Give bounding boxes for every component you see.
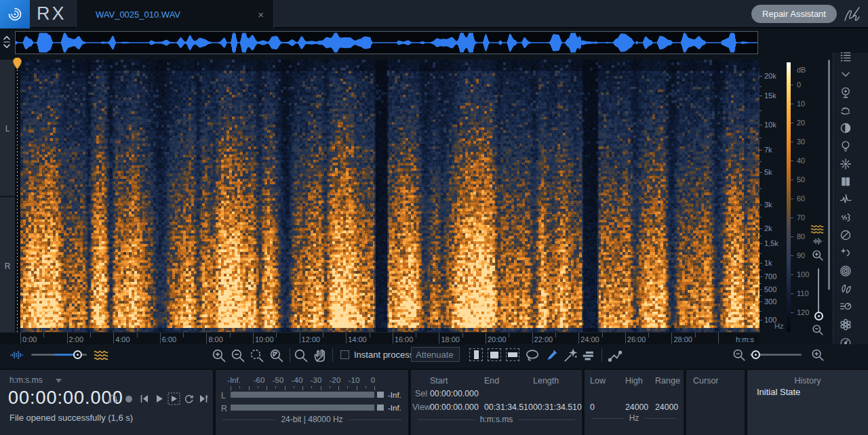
freq-low-value: 0 bbox=[590, 402, 595, 412]
time-format-selector[interactable]: h:m:s.ms bbox=[9, 375, 43, 385]
brush-icon[interactable] bbox=[544, 348, 559, 363]
sparkle-face-icon[interactable] bbox=[840, 247, 852, 259]
transport-panel: h:m:s.ms 00:00:00.000 File opened succes… bbox=[0, 370, 213, 435]
de-ess-icon[interactable] bbox=[840, 211, 852, 224]
db-tick-label: 0 bbox=[797, 81, 801, 89]
lollipop-mic-icon[interactable] bbox=[840, 87, 852, 99]
record-icon[interactable] bbox=[124, 394, 136, 405]
selection-end-header: End bbox=[484, 376, 499, 386]
sparkle-icon[interactable] bbox=[840, 158, 852, 170]
play-icon[interactable] bbox=[154, 394, 165, 405]
loop-icon[interactable] bbox=[183, 394, 195, 405]
play-selection-icon[interactable] bbox=[167, 392, 179, 403]
process-mode-dropdown[interactable]: Attenuate bbox=[411, 347, 460, 362]
horizontal-zoom-slider-thumb[interactable] bbox=[751, 350, 760, 359]
overview-waveform-canvas[interactable] bbox=[16, 32, 757, 54]
spectrogram-canvas[interactable] bbox=[20, 60, 760, 332]
cursor-header: Cursor bbox=[693, 376, 719, 386]
time-tick-label: 22:00 bbox=[534, 335, 553, 344]
frequency-selection-icon[interactable] bbox=[506, 348, 519, 361]
vertical-zoom-slider[interactable] bbox=[818, 268, 819, 313]
fade-bars-icon[interactable] bbox=[581, 348, 596, 363]
channel-gutter-left: L bbox=[0, 60, 15, 196]
meter-scale-label: -10 bbox=[349, 376, 360, 384]
file-tab[interactable]: WAV_0025_010.WAV × bbox=[76, 0, 274, 28]
zoom-out-horizontal-icon[interactable] bbox=[732, 348, 747, 363]
frequency-tick-label: 700 bbox=[764, 273, 776, 281]
concentric-circles-icon[interactable] bbox=[840, 265, 852, 277]
zoom-in-vertical-icon[interactable] bbox=[812, 249, 827, 264]
tab-close-icon[interactable]: × bbox=[258, 9, 264, 20]
gauge-lines-icon[interactable] bbox=[840, 300, 852, 312]
chevron-down-icon[interactable] bbox=[56, 379, 62, 383]
history-panel: History Initial State bbox=[747, 370, 868, 435]
waveform-view-icon[interactable] bbox=[812, 237, 823, 245]
file-tab-title: WAV_0025_010.WAV bbox=[96, 9, 258, 20]
zoom-in-horizontal-icon[interactable] bbox=[811, 348, 826, 363]
zoom-out-time-icon[interactable] bbox=[231, 348, 245, 363]
magnifier-icon[interactable] bbox=[294, 348, 309, 363]
hand-icon[interactable] bbox=[313, 348, 328, 363]
app-logo-text: RX bbox=[37, 3, 66, 24]
db-tick-label: 70 bbox=[797, 214, 805, 222]
toolbar-separator bbox=[290, 348, 290, 362]
wind-face-icon[interactable] bbox=[840, 104, 852, 117]
contrast-circle-icon[interactable] bbox=[840, 122, 852, 134]
zoom-out-vertical-icon[interactable] bbox=[812, 324, 827, 339]
spectrogram-blend-icon[interactable] bbox=[94, 349, 108, 361]
chevron-down-icon[interactable] bbox=[840, 68, 852, 81]
frequency-info-panel: Low High Range 0 24000 24000 Hz bbox=[585, 370, 684, 435]
bulb-icon[interactable] bbox=[840, 140, 852, 152]
lasso-icon[interactable] bbox=[525, 348, 540, 363]
skip-start-icon[interactable] bbox=[139, 394, 151, 405]
time-ruler[interactable]: 0:002:004:006:008:0010:0012:0014:0016:00… bbox=[0, 332, 760, 344]
frequency-axis: 20k15k10k7k5k3k2k1,5k1k700500300100 Hz bbox=[760, 60, 787, 332]
frequency-tick-label: 2k bbox=[764, 225, 772, 232]
channel-label-left: L bbox=[0, 124, 15, 133]
blend-slider-thumb[interactable] bbox=[73, 350, 82, 359]
zoom-fit-icon[interactable] bbox=[269, 348, 284, 363]
db-tick-label: 50 bbox=[797, 176, 805, 184]
signature-squiggle-icon[interactable] bbox=[843, 5, 862, 23]
zoom-selection-icon[interactable] bbox=[250, 348, 264, 363]
pulse-wave-icon[interactable] bbox=[840, 193, 852, 205]
leaves-icon[interactable] bbox=[840, 283, 852, 295]
repair-assistant-button[interactable]: Repair Assistant bbox=[751, 5, 837, 23]
list-icon[interactable] bbox=[840, 51, 852, 63]
headphones-icon[interactable] bbox=[107, 393, 119, 404]
current-time-display: 00:00:00.000 bbox=[8, 388, 123, 409]
instant-process-checkbox[interactable] bbox=[340, 350, 349, 359]
frequency-tick-label: 15k bbox=[764, 92, 776, 100]
frequency-tick-label: 1,5k bbox=[764, 240, 778, 247]
db-tick-label: 60 bbox=[797, 195, 805, 203]
meter-scale-label: -Inf. bbox=[227, 376, 241, 384]
time-tick-label: 8:00 bbox=[208, 335, 222, 344]
waveform-blend-icon[interactable] bbox=[9, 350, 23, 360]
time-tick-label: 2:00 bbox=[69, 335, 83, 344]
history-item[interactable]: Initial State bbox=[757, 386, 800, 398]
dual-bars-icon[interactable] bbox=[840, 175, 852, 188]
sel-start-value: 00:00:00.000 bbox=[430, 389, 479, 398]
draw-curve-icon[interactable] bbox=[608, 348, 623, 363]
slashed-circle-icon[interactable] bbox=[840, 229, 852, 241]
overview-resize-handle[interactable] bbox=[1, 31, 13, 53]
spectrogram-view-icon[interactable] bbox=[810, 224, 824, 234]
time-tick-label: 20:00 bbox=[488, 335, 507, 344]
db-axis: dB 0102030405060708090100110120 bbox=[791, 60, 831, 332]
freq-high-header: High bbox=[625, 376, 643, 386]
freq-high-value: 24000 bbox=[625, 402, 648, 412]
magic-wand-icon[interactable] bbox=[563, 348, 578, 363]
instant-process-label: Instant process bbox=[354, 350, 414, 360]
time-frequency-selection-icon[interactable] bbox=[488, 348, 501, 361]
time-selection-icon[interactable] bbox=[469, 348, 483, 361]
db-tick-label: 110 bbox=[797, 290, 809, 297]
playhead-marker[interactable] bbox=[13, 58, 22, 69]
skip-end-icon[interactable] bbox=[198, 394, 210, 405]
status-message: File opened successfully (1,6 s) bbox=[9, 413, 133, 423]
zoom-in-time-icon[interactable] bbox=[212, 348, 226, 363]
flower-icon[interactable] bbox=[840, 318, 852, 331]
time-tick-label: 0:00 bbox=[22, 335, 37, 344]
channel-gutter-right: R bbox=[0, 197, 15, 332]
vertical-zoom-slider-thumb[interactable] bbox=[814, 312, 823, 320]
module-panel-scrollbar[interactable] bbox=[828, 60, 830, 290]
